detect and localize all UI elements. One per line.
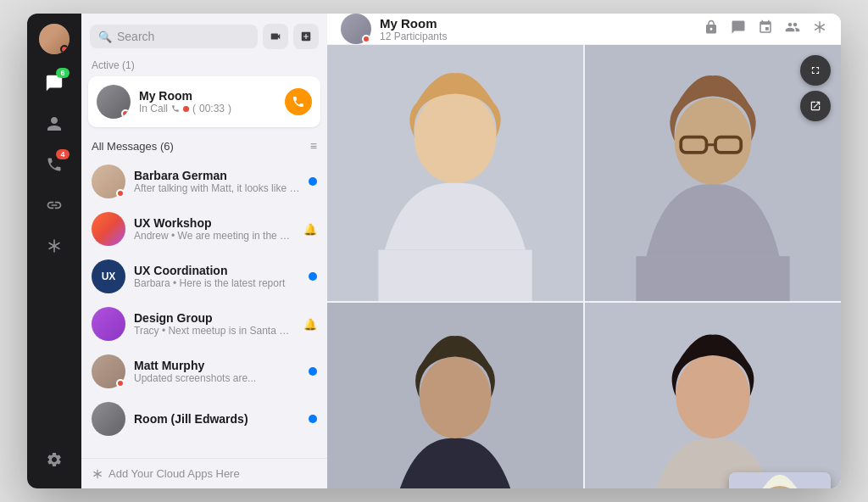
list-item[interactable]: Design Group Tracy • Next meetup is in S…: [81, 300, 327, 348]
active-room-item[interactable]: My Room In Call (00:33): [88, 76, 320, 127]
chat-icon[interactable]: [731, 20, 746, 39]
nav-item-calls[interactable]: 4: [36, 146, 73, 183]
calls-badge: 4: [56, 149, 70, 159]
app-window: 6 4: [27, 14, 841, 488]
msg-content: Room (Jill Edwards): [134, 412, 300, 426]
svg-point-10: [420, 356, 492, 438]
room-header-info: My Room 12 Participants: [380, 16, 447, 42]
list-item[interactable]: UX Workshop Andrew • We are meeting in t…: [81, 205, 327, 253]
msg-name: Matt Murphy: [134, 359, 300, 372]
list-item[interactable]: Matt Murphy Updated screenshots are...: [81, 348, 327, 395]
asterisk-small-icon: [92, 468, 103, 480]
msg-preview: Updated screenshots are...: [134, 372, 300, 384]
video-grid: [327, 45, 841, 488]
participants-icon[interactable]: [785, 20, 800, 39]
person-silhouette-3: [327, 303, 583, 488]
search-icon: 🔍: [98, 31, 112, 43]
nav-item-settings[interactable]: [36, 441, 73, 478]
video-float-controls: [800, 55, 831, 121]
svg-rect-2: [378, 250, 531, 301]
room-header-left: My Room 12 Participants: [341, 14, 447, 44]
filter-icon[interactable]: ≡: [310, 139, 317, 153]
msg-content: Barbara German After talking with Matt, …: [134, 169, 300, 194]
video-call-button[interactable]: [263, 24, 288, 49]
room-header: My Room 12 Participants: [327, 14, 841, 45]
svg-point-1: [415, 91, 497, 183]
nav-item-integrations[interactable]: [36, 227, 73, 265]
unread-dot: [309, 177, 317, 186]
compose-icon: [300, 31, 312, 42]
list-item[interactable]: UX UX Coordination Barbara • Here is the…: [81, 253, 327, 300]
self-view-pip: [729, 472, 831, 488]
msg-avatar: [92, 307, 125, 341]
unread-dot: [309, 415, 317, 423]
integrations-header-icon[interactable]: [812, 20, 827, 39]
avatar-status-dot: [60, 45, 69, 53]
calendar-icon[interactable]: [758, 20, 773, 39]
msg-name: Design Group: [134, 311, 295, 325]
msg-name: Room (Jill Edwards): [134, 412, 300, 426]
room-header-participants: 12 Participants: [380, 31, 447, 42]
room-header-avatar: [341, 14, 371, 44]
lock-icon[interactable]: [704, 20, 719, 39]
active-room-status: In Call (00:33): [139, 103, 276, 114]
search-input-wrap[interactable]: 🔍: [90, 25, 258, 48]
join-call-button[interactable]: [285, 88, 312, 115]
msg-preview: Barbara • Here is the latest report: [134, 277, 300, 289]
nav-item-links[interactable]: [36, 187, 73, 224]
msg-name: Barbara German: [134, 169, 300, 182]
room-header-status-dot: [362, 35, 370, 43]
msg-content: UX Coordination Barbara • Here is the la…: [134, 264, 300, 289]
msg-avatar: [92, 402, 125, 436]
list-item[interactable]: Room (Jill Edwards): [81, 395, 327, 443]
compose-button[interactable]: [293, 24, 319, 49]
messages-panel: 🔍 Active (1) My Room: [81, 14, 327, 488]
video-icon: [270, 31, 281, 42]
avatar-status: [116, 189, 125, 198]
active-room-name: My Room: [139, 89, 276, 103]
muted-icon: 🔔: [303, 223, 317, 236]
nav-item-messages[interactable]: 6: [36, 64, 73, 102]
active-room-info: My Room In Call (00:33): [139, 89, 276, 114]
msg-preview: After talking with Matt, it looks like w…: [134, 182, 300, 194]
msg-content: Matt Murphy Updated screenshots are...: [134, 359, 300, 384]
call-indicator-dot: [183, 106, 189, 112]
person-icon: [46, 115, 63, 132]
add-apps-label: Add Your Cloud Apps Here: [108, 467, 240, 480]
room-header-name: My Room: [380, 16, 447, 31]
active-room-avatar: [97, 85, 131, 119]
user-avatar[interactable]: [39, 24, 70, 54]
msg-content: Design Group Tracy • Next meetup is in S…: [134, 311, 295, 337]
link-icon: [46, 197, 63, 214]
active-label: Active (1): [81, 56, 327, 76]
add-apps-row[interactable]: Add Your Cloud Apps Here: [81, 458, 327, 488]
messages-section-title: All Messages (6): [92, 140, 174, 153]
export-button[interactable]: [800, 91, 831, 121]
room-status-dot: [121, 109, 130, 118]
msg-name: UX Workshop: [134, 216, 295, 230]
call-timer: (: [192, 103, 196, 114]
nav-sidebar: 6 4: [27, 14, 81, 488]
muted-icon: 🔔: [303, 318, 317, 331]
main-content: My Room 12 Participants: [327, 14, 841, 488]
list-item[interactable]: Barbara German After talking with Matt, …: [81, 158, 327, 205]
person-silhouette-1: [327, 45, 583, 301]
msg-preview: Tracy • Next meetup is in Santa Cruz: [134, 325, 295, 337]
messages-header: All Messages (6) ≡: [81, 132, 327, 158]
gear-icon: [46, 451, 63, 468]
person-silhouette-4: [585, 303, 841, 488]
phone-answer-icon: [292, 95, 305, 109]
msg-content: UX Workshop Andrew • We are meeting in t…: [134, 216, 295, 242]
search-input[interactable]: [117, 30, 249, 43]
expand-button[interactable]: [800, 55, 831, 86]
video-cell-3: [327, 303, 583, 488]
video-cell-4: [585, 303, 841, 488]
svg-rect-5: [636, 256, 789, 301]
phone-small-icon: [171, 104, 180, 113]
unread-dot: [309, 272, 317, 281]
asterisk-icon: [46, 237, 63, 254]
svg-point-13: [676, 354, 750, 438]
msg-avatar: [92, 165, 125, 198]
msg-preview: Andrew • We are meeting in the big conf.…: [134, 230, 295, 242]
nav-item-contacts[interactable]: [36, 105, 73, 142]
